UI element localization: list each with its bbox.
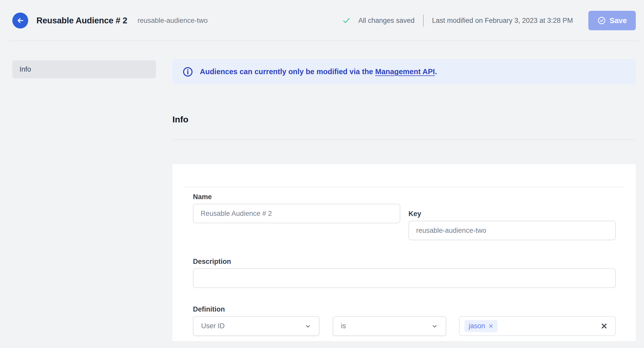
section-title: Info bbox=[172, 114, 636, 124]
main-content: Audiences can currently only be modified… bbox=[172, 41, 636, 341]
chevron-down-icon bbox=[431, 322, 438, 330]
chevron-down-icon bbox=[304, 322, 312, 330]
definition-field-group: Definition User ID bbox=[193, 305, 616, 336]
info-banner: Audiences can currently only be modified… bbox=[172, 59, 636, 84]
description-field-group: Description bbox=[193, 257, 616, 288]
header-actions: All changes saved Last modified on Febru… bbox=[342, 11, 636, 30]
name-input[interactable] bbox=[193, 204, 400, 223]
operator-select-value: is bbox=[341, 322, 346, 330]
save-status-text: All changes saved bbox=[358, 17, 415, 25]
key-field-group: Key bbox=[408, 209, 616, 240]
operator-select[interactable]: is bbox=[333, 316, 446, 336]
management-api-link[interactable]: Management API bbox=[375, 67, 435, 76]
save-button-label: Save bbox=[610, 16, 627, 25]
section-divider bbox=[172, 139, 636, 140]
sidebar: Info bbox=[12, 41, 156, 78]
audience-form: Name Key Description Definition bbox=[172, 165, 636, 336]
arrow-left-icon bbox=[16, 16, 25, 25]
description-label: Description bbox=[193, 257, 616, 266]
audience-editor-page: Reusable Audience # 2 reusable-audience-… bbox=[0, 0, 644, 348]
last-modified-text: Last modified on February 3, 2023 at 3:2… bbox=[432, 17, 573, 25]
page-body: Info Audiences can currently only be mod… bbox=[0, 41, 644, 341]
banner-text: Audiences can currently only be modified… bbox=[200, 67, 437, 76]
values-input[interactable]: jason ✕ ✕ bbox=[459, 316, 616, 336]
name-label: Name bbox=[193, 192, 400, 201]
header: Reusable Audience # 2 reusable-audience-… bbox=[0, 0, 644, 41]
back-button[interactable] bbox=[12, 13, 28, 28]
header-divider bbox=[423, 15, 424, 26]
check-icon bbox=[342, 16, 351, 25]
banner-text-before: Audiences can currently only be modified… bbox=[200, 67, 375, 76]
key-input[interactable] bbox=[408, 221, 616, 240]
value-tag: jason ✕ bbox=[464, 320, 497, 332]
key-label: Key bbox=[408, 209, 616, 218]
banner-text-after: . bbox=[435, 67, 437, 76]
value-tag-label: jason bbox=[469, 322, 485, 330]
card-divider bbox=[184, 187, 625, 187]
trait-select[interactable]: User ID bbox=[193, 316, 319, 336]
save-button[interactable]: Save bbox=[588, 11, 636, 30]
name-field-group: Name bbox=[193, 192, 400, 240]
name-key-row: Name Key bbox=[193, 192, 616, 240]
info-card: Name Key Description Definition bbox=[172, 164, 636, 341]
info-icon bbox=[182, 66, 193, 77]
page-slug: reusable-audience-two bbox=[138, 17, 208, 25]
sidebar-item-info[interactable]: Info bbox=[12, 60, 156, 78]
definition-label: Definition bbox=[193, 305, 616, 314]
circle-check-icon bbox=[597, 16, 606, 25]
description-input[interactable] bbox=[193, 268, 616, 288]
trait-select-value: User ID bbox=[201, 322, 225, 330]
page-title: Reusable Audience # 2 bbox=[36, 16, 127, 25]
remove-tag-icon[interactable]: ✕ bbox=[488, 323, 493, 329]
sidebar-item-label: Info bbox=[19, 65, 31, 73]
clear-values-button[interactable]: ✕ bbox=[601, 322, 608, 330]
definition-row: User ID is bbox=[193, 316, 616, 336]
